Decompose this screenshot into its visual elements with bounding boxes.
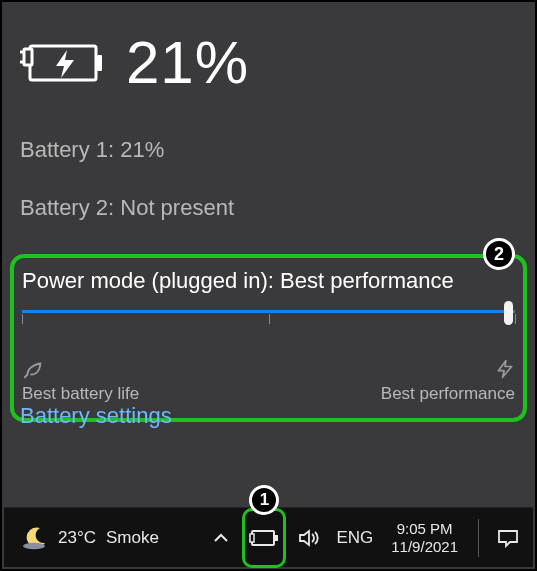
window: 21% Battery 1: 21% Battery 2: Not presen… bbox=[0, 0, 537, 571]
header-row: 21% bbox=[20, 20, 517, 97]
language-label: ENG bbox=[336, 528, 373, 548]
battery-tray-icon bbox=[249, 528, 279, 548]
svg-rect-2 bbox=[24, 49, 32, 65]
battery-2-status: Battery 2: Not present bbox=[20, 195, 517, 221]
weather-condition: Smoke bbox=[106, 528, 159, 548]
divider bbox=[478, 519, 479, 557]
svg-marker-3 bbox=[56, 50, 74, 78]
battery-flyout: 21% Battery 1: 21% Battery 2: Not presen… bbox=[2, 2, 535, 507]
slider-scale: Best battery life Best performance bbox=[22, 358, 515, 404]
system-tray: 1 ENG 9:05 PM 11/9 bbox=[208, 508, 533, 568]
svg-marker-4 bbox=[498, 361, 511, 378]
chevron-up-icon bbox=[212, 529, 230, 547]
speaker-icon bbox=[298, 528, 320, 548]
slider-thumb[interactable] bbox=[504, 301, 513, 325]
annotation-marker-2: 2 bbox=[483, 238, 515, 270]
svg-rect-6 bbox=[252, 531, 274, 545]
battery-details: Battery 1: 21% Battery 2: Not present bbox=[20, 137, 517, 221]
lightning-icon bbox=[495, 358, 515, 380]
battery-charging-icon bbox=[20, 40, 104, 86]
svg-rect-1 bbox=[97, 55, 102, 71]
taskbar-weather[interactable]: 23°C Smoke bbox=[4, 525, 159, 551]
battery-1-status: Battery 1: 21% bbox=[20, 137, 517, 163]
clock-date: 11/9/2021 bbox=[391, 538, 458, 556]
moon-icon bbox=[22, 525, 48, 551]
clock-time: 9:05 PM bbox=[397, 520, 453, 538]
slider-right-label: Best performance bbox=[381, 384, 515, 404]
battery-settings-link[interactable]: Battery settings bbox=[20, 403, 172, 429]
weather-temp: 23°C bbox=[58, 528, 96, 548]
power-mode-slider[interactable] bbox=[22, 310, 515, 350]
svg-rect-8 bbox=[250, 534, 254, 542]
tray-language-button[interactable]: ENG bbox=[332, 508, 377, 568]
leaf-icon bbox=[22, 358, 139, 380]
tray-overflow-button[interactable] bbox=[208, 508, 234, 568]
power-mode-section: 2 Power mode (plugged in): Best performa… bbox=[10, 254, 527, 422]
power-mode-label: Power mode (plugged in): Best performanc… bbox=[22, 268, 515, 294]
svg-rect-7 bbox=[275, 535, 278, 541]
battery-percent: 21% bbox=[126, 28, 249, 97]
annotation-marker-1: 1 bbox=[249, 485, 279, 515]
tray-battery-button[interactable]: 1 bbox=[242, 508, 286, 568]
tray-clock[interactable]: 9:05 PM 11/9/2021 bbox=[385, 508, 464, 568]
action-center-button[interactable] bbox=[493, 508, 523, 568]
tray-volume-button[interactable] bbox=[294, 508, 324, 568]
slider-left-label: Best battery life bbox=[22, 384, 139, 404]
svg-point-5 bbox=[23, 542, 45, 548]
taskbar: 23°C Smoke 1 bbox=[4, 507, 533, 567]
action-center-icon bbox=[497, 528, 519, 548]
